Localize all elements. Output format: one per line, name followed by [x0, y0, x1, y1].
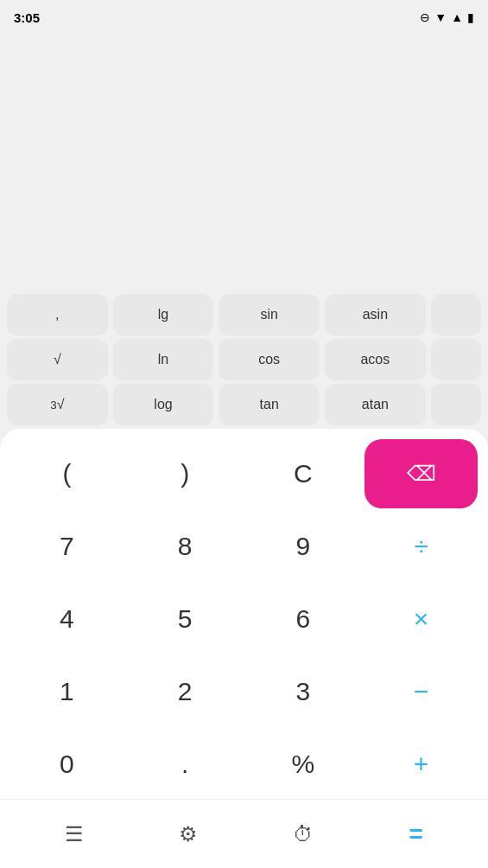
ln-button[interactable]: ln	[113, 339, 214, 380]
calc-row-3: 4 5 6 ×	[10, 584, 478, 654]
history-button[interactable]: ⏱	[282, 812, 324, 857]
settings-button[interactable]: ⚙	[168, 812, 208, 857]
menu-icon: ☰	[65, 822, 84, 846]
more-button-3[interactable]	[431, 384, 481, 425]
display-area	[0, 35, 488, 290]
add-button[interactable]: +	[364, 730, 478, 799]
calc-row-2: 7 8 9 ÷	[10, 512, 478, 581]
five-button[interactable]: 5	[129, 584, 242, 654]
seven-button[interactable]: 7	[10, 512, 124, 581]
multiply-button[interactable]: ×	[364, 584, 478, 654]
lparen-button[interactable]: (	[10, 439, 124, 508]
six-button[interactable]: 6	[247, 584, 360, 654]
status-icons: ⊖ ▼ ▲ ▮	[420, 10, 474, 24]
equals-icon: =	[409, 820, 423, 848]
battery-icon: ▮	[467, 10, 474, 24]
subtract-button[interactable]: −	[364, 657, 478, 726]
zero-button[interactable]: 0	[10, 730, 124, 799]
percent-button[interactable]: %	[247, 730, 360, 799]
calc-row-4: 1 2 3 −	[10, 657, 478, 726]
acos-button[interactable]: acos	[325, 339, 426, 380]
ext-functions: , lg sin asin √ ln cos acos 3√ log tan a…	[0, 290, 488, 429]
one-button[interactable]: 1	[10, 657, 124, 726]
atan-button[interactable]: atan	[325, 384, 426, 425]
func-row-2: √ ln cos acos	[7, 339, 481, 380]
eight-button[interactable]: 8	[129, 512, 242, 581]
equals-button[interactable]: =	[399, 810, 434, 858]
menu-button[interactable]: ☰	[54, 812, 94, 857]
cos-button[interactable]: cos	[219, 339, 320, 380]
four-button[interactable]: 4	[10, 584, 124, 654]
tan-button[interactable]: tan	[219, 384, 320, 425]
func-row-1: , lg sin asin	[7, 294, 481, 335]
nine-button[interactable]: 9	[247, 512, 360, 581]
clear-button[interactable]: C	[247, 439, 360, 508]
rparen-button[interactable]: )	[129, 439, 242, 508]
more-button-2[interactable]	[431, 339, 481, 380]
wifi-icon: ▼	[434, 10, 447, 24]
comma-button[interactable]: ,	[7, 294, 108, 335]
more-button-1[interactable]	[431, 294, 481, 335]
lg-button[interactable]: lg	[113, 294, 214, 335]
log-button[interactable]: log	[113, 384, 214, 425]
calc-row-5: 0 . % +	[10, 730, 478, 799]
backspace-button[interactable]: ⌫	[364, 439, 478, 508]
settings-icon: ⚙	[179, 822, 198, 846]
dot-button[interactable]: .	[129, 730, 242, 799]
signal-icon: ▲	[451, 10, 463, 24]
cbrt-button[interactable]: 3√	[7, 384, 108, 425]
func-row-3: 3√ log tan atan	[7, 384, 481, 425]
calc-row-1: ( ) C ⌫	[10, 439, 478, 508]
divide-button[interactable]: ÷	[364, 512, 478, 581]
bottom-nav: ☰ ⚙ ⏱ =	[0, 799, 488, 868]
three-button[interactable]: 3	[247, 657, 360, 726]
asin-button[interactable]: asin	[325, 294, 426, 335]
history-icon: ⏱	[293, 822, 314, 846]
backspace-icon: ⌫	[407, 462, 436, 486]
status-time: 3:05	[14, 10, 40, 25]
sqrt-button[interactable]: √	[7, 339, 108, 380]
two-button[interactable]: 2	[129, 657, 242, 726]
sin-button[interactable]: sin	[219, 294, 320, 335]
dnd-icon: ⊖	[420, 10, 430, 24]
calculator: ( ) C ⌫ 7 8 9 ÷ 4 5 6 × 1 2 3 − 0 . % +	[0, 429, 488, 799]
status-bar: 3:05 ⊖ ▼ ▲ ▮	[0, 0, 488, 35]
